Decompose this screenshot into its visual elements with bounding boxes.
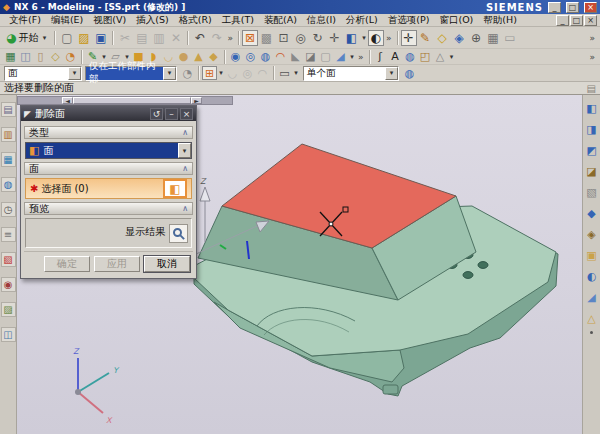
replace-face-icon[interactable]: ◪ [584,163,600,179]
roles-tab-icon[interactable]: ◉ [1,277,16,292]
menu-view[interactable]: 视图(V) [88,14,131,27]
sketch-curve-icon[interactable]: ✎ [417,29,434,46]
task-sketch-icon[interactable]: ▦ [3,50,18,64]
shaded-view-icon[interactable]: ◧ [343,29,360,46]
zoom-box-icon[interactable]: ⊡ [275,29,292,46]
measure-icon[interactable]: ▭ [502,29,519,46]
select-face-button[interactable]: ◧ [163,179,187,198]
menu-information[interactable]: 信息(I) [302,14,341,27]
type-group-header[interactable]: 类型 ∧ [24,126,193,139]
adjust-face-icon[interactable]: ◢ [584,289,600,305]
mdi-restore-button[interactable]: □ [570,15,583,26]
pad-icon[interactable]: ◆ [206,50,221,64]
snap-point-toggle-icon[interactable]: ◔ [180,66,195,80]
rail-right-arrow-icon[interactable]: ► [191,97,202,104]
mid-point-snap-icon[interactable]: ◎ [240,66,255,80]
undo-icon[interactable]: ↶ [191,29,208,46]
highlight-sphere-icon[interactable]: ◍ [402,66,417,80]
through-curves-icon[interactable]: ◰ [418,50,433,64]
rail-left-arrow-icon[interactable]: ◄ [62,97,73,104]
toolbar-overflow-button[interactable]: » [589,33,595,43]
selection-method-caret-icon[interactable]: ▾ [385,67,398,80]
pan-view-icon[interactable]: ✛ [326,29,343,46]
intersect-icon[interactable]: ◍ [258,50,273,64]
chamfer-icon[interactable]: ◣ [288,50,303,64]
rail-track-left[interactable] [18,97,62,104]
trim-body-icon[interactable]: ◪ [303,50,318,64]
apply-button[interactable]: 应用 [94,256,140,272]
cue-note-icon[interactable]: ▤ [587,83,596,94]
preview-collapse-icon[interactable]: ∧ [182,204,188,213]
show-hide-icon[interactable]: ▯ [33,50,48,64]
rotate-view-icon[interactable]: ↻ [309,29,326,46]
selection-scope-combo[interactable]: 仅在工作部件内部 ▾ [85,66,177,81]
scenario-tab-icon[interactable]: ▨ [1,302,16,317]
zoom-in-out-icon[interactable]: ◎ [292,29,309,46]
sweep-icon[interactable]: ◡ [161,50,176,64]
toolbar-more-icon[interactable] [590,331,593,334]
minimize-button[interactable]: _ [548,2,561,13]
dialog-close-button[interactable]: × [180,108,193,120]
ok-button[interactable]: 确定 [44,256,90,272]
end-point-snap-icon[interactable]: ◡ [225,66,240,80]
boss-icon[interactable]: ▲ [191,50,206,64]
show-result-button[interactable] [169,224,188,243]
selection-method-combo[interactable]: 单个面 ▾ [303,66,399,81]
freeform-icon[interactable]: △ [433,50,448,64]
mdi-minimize-button[interactable]: _ [556,15,569,26]
menu-file[interactable]: 文件(F) [4,14,46,27]
system-materials-tab-icon[interactable]: ≡ [1,227,16,242]
point-on-curve-snap-icon[interactable]: ⊞ [202,66,217,80]
paste-icon[interactable]: ▥ [150,29,167,46]
fit-view-icon[interactable]: ⊠ [242,30,258,46]
point-small-icon[interactable]: ⊕ [468,29,485,46]
menu-insert[interactable]: 插入(S) [131,14,173,27]
text-icon[interactable]: A [388,50,403,64]
dialog-reset-button[interactable]: ↺ [150,108,163,120]
shell-icon[interactable]: ▢ [318,50,333,64]
edit-cross-section-icon[interactable]: ◐ [584,268,600,284]
menu-preferences[interactable]: 首选项(P) [383,14,435,27]
open-folder-icon[interactable]: ▨ [75,29,92,46]
history-tab-icon[interactable]: ◷ [1,202,16,217]
bitmap-tab-icon[interactable]: ◫ [1,327,16,342]
reorder-blends-icon[interactable]: ◈ [584,226,600,242]
menu-format[interactable]: 格式(R) [174,14,217,27]
restore-button[interactable]: □ [566,2,579,13]
face-collapse-icon[interactable]: ∧ [182,164,188,173]
layer-settings-icon[interactable]: ◇ [48,50,63,64]
pattern-small-icon[interactable]: ▦ [485,29,502,46]
freeform-dropdown-icon[interactable]: ▾ [448,53,456,61]
resize-blend-icon[interactable]: ◆ [584,205,600,221]
type-dropdown[interactable]: ◧ 面 ▾ [25,142,192,159]
datum-plane-small-icon[interactable]: ◇ [434,29,451,46]
rail-track-right[interactable] [202,97,232,104]
offset-region-icon[interactable]: ◩ [584,142,600,158]
toolbar-overflow-button[interactable]: » [227,33,233,43]
type-filter-caret-icon[interactable]: ▾ [68,67,81,80]
cut-icon[interactable]: ✂ [116,29,133,46]
sphere-icon[interactable]: ◍ [403,50,418,64]
model-hole[interactable] [478,262,488,269]
appearance-icon[interactable]: ◐ [368,30,384,46]
menu-tools[interactable]: 工具(T) [217,14,259,27]
type-filter-combo[interactable]: 面 ▾ [4,66,82,81]
type-dropdown-caret-icon[interactable]: ▾ [178,143,191,158]
edge-blend-icon[interactable]: ◠ [273,50,288,64]
control-point-snap-icon[interactable]: ◠ [255,66,270,80]
object-display-icon[interactable]: ◫ [18,50,33,64]
close-button[interactable]: × [584,2,597,13]
face-group-header[interactable]: 面 ∧ [24,162,193,175]
part-navigator-tab-icon[interactable]: ▦ [1,152,16,167]
studio-spline-icon[interactable]: ʃ [373,50,388,64]
menu-window[interactable]: 窗口(O) [434,14,478,27]
model-bottom-tab[interactable] [383,385,398,394]
select-face-row[interactable]: ✱ 选择面 (0) ◧ [25,178,192,199]
wcs-orient-icon[interactable]: ◔ [63,50,78,64]
new-file-icon[interactable]: ▢ [58,29,75,46]
type-collapse-icon[interactable]: ∧ [182,128,188,137]
pull-face-icon[interactable]: ◨ [584,121,600,137]
menu-analysis[interactable]: 分析(L) [341,14,383,27]
mdi-close-button[interactable]: × [584,15,597,26]
shaded-view-dropdown-icon[interactable]: ▾ [360,34,368,42]
